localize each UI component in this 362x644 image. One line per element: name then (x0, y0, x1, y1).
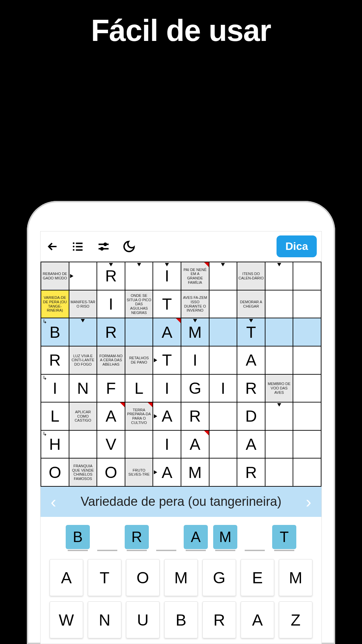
letter-cell[interactable] (209, 431, 238, 459)
letter-cell[interactable]: A (153, 402, 181, 431)
letter-cell[interactable] (125, 262, 154, 290)
answer-slot[interactable]: M (213, 525, 237, 549)
letter-cell[interactable]: T (153, 346, 181, 375)
key-t[interactable]: T (88, 559, 121, 596)
letter-cell[interactable]: I (153, 262, 181, 290)
letter-cell[interactable]: R (237, 375, 265, 403)
letter-cell[interactable]: R (181, 402, 209, 431)
key-w[interactable]: W (50, 601, 83, 638)
screen: Dica REBANHO DE GADO MIÚDORIPAI DE NENÊ … (40, 231, 322, 644)
answer-slot[interactable]: T (272, 525, 296, 549)
letter-cell[interactable]: M (181, 459, 209, 487)
letter-cell[interactable]: A (153, 459, 181, 487)
letter-cell[interactable]: T (237, 318, 265, 346)
letter-cell[interactable]: A (97, 402, 125, 431)
letter-cell[interactable]: R (237, 459, 265, 487)
letter-cell[interactable]: I (181, 346, 209, 375)
answer-slot[interactable] (243, 525, 267, 549)
letter-cell[interactable] (293, 431, 321, 459)
letter-cell[interactable] (69, 318, 98, 346)
sliders-icon[interactable] (96, 239, 111, 254)
letter-cell[interactable]: I (97, 290, 125, 319)
svg-rect-5 (76, 249, 82, 251)
key-m[interactable]: M (164, 559, 198, 596)
letter-cell[interactable] (209, 459, 238, 487)
key-u[interactable]: U (126, 601, 160, 638)
letter-cell[interactable] (293, 318, 321, 346)
letter-cell[interactable]: H↳ (41, 431, 69, 459)
letter-cell[interactable]: I (153, 431, 181, 459)
letter-cell[interactable] (125, 431, 154, 459)
letter-cell[interactable]: A (237, 431, 265, 459)
letter-cell[interactable] (69, 431, 98, 459)
letter-cell[interactable]: I (209, 375, 238, 403)
key-a[interactable]: A (241, 601, 274, 638)
prev-clue-icon[interactable]: ‹ (47, 492, 60, 512)
answer-slot[interactable]: B (66, 525, 90, 549)
letter-cell[interactable]: I↳ (41, 375, 69, 403)
letter-cell[interactable] (209, 262, 238, 290)
letter-cell[interactable] (293, 402, 321, 431)
letter-cell[interactable] (209, 346, 238, 375)
key-g[interactable]: G (202, 559, 236, 596)
letter-cell[interactable] (265, 346, 294, 375)
key-r[interactable]: R (202, 601, 236, 638)
key-z[interactable]: Z (279, 601, 312, 638)
letter-cell[interactable]: R (41, 346, 69, 375)
back-icon[interactable] (45, 239, 60, 254)
key-b[interactable]: B (164, 601, 198, 638)
letter-cell[interactable]: R (97, 262, 125, 290)
letter-cell[interactable]: T (153, 290, 181, 319)
letter-cell[interactable]: L (41, 402, 69, 431)
crossword-grid[interactable]: REBANHO DE GADO MIÚDORIPAI DE NENÊ EM A … (41, 262, 321, 487)
letter-cell[interactable]: M (181, 318, 209, 346)
letter-cell[interactable]: B↳ (41, 318, 69, 346)
letter-cell[interactable] (293, 459, 321, 487)
letter-cell[interactable]: F (97, 375, 125, 403)
letter-cell[interactable]: O (97, 459, 125, 487)
letter-cell[interactable]: A (153, 318, 181, 346)
letter-cell[interactable]: D (237, 402, 265, 431)
letter-cell[interactable] (265, 459, 294, 487)
letter-cell[interactable] (265, 290, 294, 319)
letter-cell[interactable] (209, 318, 238, 346)
letter-cell[interactable] (265, 318, 294, 346)
key-a[interactable]: A (50, 559, 83, 596)
letter-cell[interactable] (265, 402, 294, 431)
letter-cell[interactable]: R (97, 318, 125, 346)
letter-cell[interactable]: A (237, 346, 265, 375)
list-icon[interactable] (71, 239, 85, 254)
hint-button[interactable]: Dica (277, 235, 317, 257)
letter-cell[interactable] (293, 375, 321, 403)
key-n[interactable]: N (88, 601, 121, 638)
letter-cell[interactable] (265, 262, 294, 290)
clue-cell: LUZ VIVA E CINTI-LANTE DO FOGO (69, 346, 98, 375)
letter-cell[interactable] (265, 431, 294, 459)
answer-slot[interactable]: R (125, 525, 149, 549)
toolbar: Dica (41, 231, 321, 262)
letter-cell[interactable]: G (181, 375, 209, 403)
letter-cell[interactable] (209, 290, 238, 319)
clue-cell: VARIEDA-DE DE PERA (OU TANGE-RINEIRA) (41, 290, 69, 319)
answer-slot[interactable]: A (184, 525, 208, 549)
letter-cell[interactable] (209, 402, 238, 431)
key-m[interactable]: M (279, 559, 312, 596)
answer-slot[interactable] (154, 525, 178, 549)
clue-cell: RETALHOS DE PANO (125, 346, 154, 375)
key-e[interactable]: E (241, 559, 274, 596)
letter-cell[interactable]: O (41, 459, 69, 487)
letter-cell[interactable] (293, 262, 321, 290)
answer-slot[interactable] (95, 525, 119, 549)
key-o[interactable]: O (126, 559, 160, 596)
letter-cell[interactable]: N (69, 375, 98, 403)
next-clue-icon[interactable]: › (302, 492, 315, 512)
letter-cell[interactable]: V (97, 431, 125, 459)
letter-cell[interactable]: L (125, 375, 154, 403)
letter-cell[interactable]: I (153, 375, 181, 403)
letter-cell[interactable] (69, 262, 98, 290)
moon-icon[interactable] (122, 239, 136, 254)
letter-cell[interactable] (293, 346, 321, 375)
letter-cell[interactable] (293, 290, 321, 319)
letter-cell[interactable] (125, 318, 154, 346)
letter-cell[interactable]: A (181, 431, 209, 459)
